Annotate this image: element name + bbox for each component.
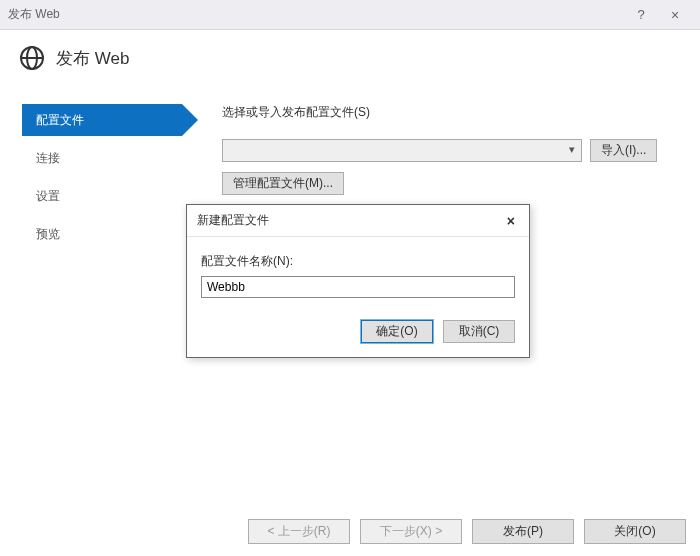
dialog-body: 配置文件名称(N): 确定(O) 取消(C) — [187, 237, 529, 357]
publish-button[interactable]: 发布(P) — [472, 519, 574, 544]
sidebar-item-label: 设置 — [36, 188, 60, 205]
close-window-button[interactable]: × — [658, 4, 692, 26]
sidebar-item-profile[interactable]: 配置文件 — [22, 104, 182, 136]
wizard-footer: < 上一步(R) 下一步(X) > 发布(P) 关闭(O) — [248, 519, 686, 544]
sidebar-item-settings[interactable]: 设置 — [22, 180, 182, 212]
page-title: 发布 Web — [56, 47, 129, 70]
sidebar-item-preview[interactable]: 预览 — [22, 218, 182, 250]
dialog-footer: 确定(O) 取消(C) — [201, 320, 515, 343]
header: 发布 Web — [0, 30, 700, 84]
prev-button[interactable]: < 上一步(R) — [248, 519, 350, 544]
sidebar: 配置文件 连接 设置 预览 — [22, 104, 182, 250]
cancel-button[interactable]: 取消(C) — [443, 320, 515, 343]
profile-name-label: 配置文件名称(N): — [201, 253, 515, 270]
close-icon[interactable]: × — [503, 213, 519, 229]
profile-name-input[interactable] — [201, 276, 515, 298]
sidebar-item-label: 预览 — [36, 226, 60, 243]
titlebar: 发布 Web ? × — [0, 0, 700, 30]
globe-icon — [18, 44, 46, 72]
sidebar-item-connection[interactable]: 连接 — [22, 142, 182, 174]
help-button[interactable]: ? — [624, 4, 658, 26]
dialog-title: 新建配置文件 — [197, 212, 503, 229]
manage-profiles-button[interactable]: 管理配置文件(M)... — [222, 172, 344, 195]
next-button[interactable]: 下一步(X) > — [360, 519, 462, 544]
sidebar-item-label: 连接 — [36, 150, 60, 167]
ok-button[interactable]: 确定(O) — [361, 320, 433, 343]
sidebar-item-label: 配置文件 — [36, 112, 84, 129]
dialog-titlebar: 新建配置文件 × — [187, 205, 529, 237]
new-profile-dialog: 新建配置文件 × 配置文件名称(N): 确定(O) 取消(C) — [186, 204, 530, 358]
profile-combo[interactable] — [222, 139, 582, 162]
close-button[interactable]: 关闭(O) — [584, 519, 686, 544]
section-label: 选择或导入发布配置文件(S) — [222, 104, 678, 121]
import-button[interactable]: 导入(I)... — [590, 139, 657, 162]
window-title: 发布 Web — [8, 6, 624, 23]
